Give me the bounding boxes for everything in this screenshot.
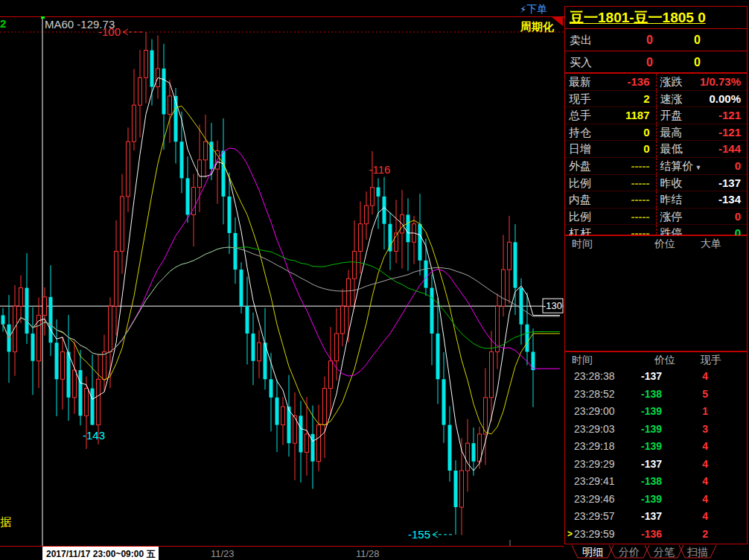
tick-price: -139 bbox=[631, 438, 662, 456]
col-volume: 现手 bbox=[686, 352, 736, 368]
candle-body bbox=[407, 214, 410, 242]
candle-body bbox=[204, 141, 208, 160]
quote-label: 比例 bbox=[565, 209, 591, 225]
quote-value: ----- bbox=[591, 191, 656, 208]
candle-body bbox=[55, 343, 59, 379]
big-order-panel: 时间 价位 大单 bbox=[564, 235, 748, 351]
quote-cell: 持仓 0 bbox=[565, 124, 657, 141]
tick-time: 23:29:03 bbox=[574, 421, 631, 439]
quote-value: 0 bbox=[591, 141, 656, 157]
quote-cell: 比例 ----- bbox=[565, 209, 657, 225]
candle-body bbox=[162, 69, 166, 114]
col-price: 价位 bbox=[643, 352, 686, 368]
candle-body bbox=[389, 224, 392, 252]
current-row-marker bbox=[565, 438, 574, 456]
quote-row: 比例 ----- 涨停 0 bbox=[565, 209, 747, 226]
quote-label: 持仓 bbox=[565, 124, 591, 141]
order-row: 卖出 0 0 bbox=[565, 29, 747, 51]
quote-cell: 结算价▼ 0 bbox=[657, 158, 748, 174]
tick-volume: 3 bbox=[662, 421, 708, 439]
tick-time: 23:29:18 bbox=[574, 438, 631, 456]
candle-body bbox=[138, 77, 142, 105]
quote-label: 最高 bbox=[657, 124, 683, 141]
tab-明细[interactable]: 明细 bbox=[582, 546, 603, 559]
price-chart[interactable]: -100-116-143-155-130据 bbox=[0, 16, 564, 547]
quote-label: 外盘 bbox=[565, 158, 591, 174]
tick-volume: 4 bbox=[662, 456, 708, 474]
tick-time: 23:29:57 bbox=[574, 508, 631, 526]
quote-value: 1187 bbox=[591, 107, 656, 124]
quote-row: 持仓 0 最高 -121 bbox=[565, 124, 747, 141]
tab-扫描[interactable]: 扫描 bbox=[687, 546, 708, 559]
contract-title[interactable]: 豆一1801-豆一1805 0 bbox=[565, 7, 747, 29]
candle-body bbox=[377, 188, 380, 197]
quote-cell: 外盘 ----- bbox=[565, 158, 657, 174]
candle-body bbox=[25, 288, 29, 334]
quote-cell: 涨停 0 bbox=[657, 209, 748, 225]
tick-row: 23:29:18 -139 4 bbox=[565, 438, 747, 456]
tick-time: 23:28:38 bbox=[574, 368, 631, 386]
quote-label: 内盘 bbox=[565, 191, 591, 208]
quote-label: 昨结 bbox=[657, 191, 683, 208]
quote-cell: 总手 1187 bbox=[565, 107, 657, 124]
current-row-marker bbox=[565, 421, 574, 439]
candle-body bbox=[311, 434, 315, 462]
candle-body bbox=[418, 224, 422, 261]
candle-body bbox=[240, 270, 243, 306]
quote-cell: 现手 2 bbox=[565, 91, 657, 107]
tab-分价[interactable]: 分价 bbox=[619, 546, 640, 559]
tab-分笔[interactable]: 分笔 bbox=[654, 546, 675, 559]
big-order-header: 时间 价位 大单 bbox=[565, 236, 747, 252]
settlement-dropdown-icon[interactable]: ▼ bbox=[695, 164, 702, 171]
candle-body bbox=[186, 178, 190, 214]
quote-label: 涨停 bbox=[657, 209, 683, 225]
quote-value: -134 bbox=[683, 191, 748, 208]
candle-body bbox=[508, 242, 511, 270]
tick-price: -138 bbox=[631, 473, 662, 491]
tick-row: 23:29:41 -138 4 bbox=[565, 473, 747, 491]
tick-row: > 23:29:59 -136 2 bbox=[565, 526, 747, 544]
candle-body bbox=[49, 297, 53, 343]
candle-body bbox=[323, 389, 327, 425]
tick-volume: 4 bbox=[662, 473, 708, 491]
quote-cell: 速涨 0.00% bbox=[657, 91, 748, 107]
order-label: 买入 bbox=[565, 51, 616, 73]
candle-body bbox=[359, 224, 363, 252]
quote-value: -121 bbox=[683, 107, 748, 124]
quote-label: 速涨 bbox=[657, 91, 683, 107]
candle-body bbox=[31, 334, 35, 361]
place-order-button[interactable]: ⚡下单 bbox=[520, 3, 547, 16]
candle-body bbox=[13, 306, 17, 351]
tick-row: 23:28:38 -137 4 bbox=[565, 368, 747, 386]
quote-value: 0.00% bbox=[683, 91, 748, 107]
candle-body bbox=[526, 325, 529, 352]
current-row-marker: > bbox=[565, 526, 574, 544]
candle-body bbox=[133, 105, 136, 141]
col-time: 时间 bbox=[565, 352, 643, 368]
candle-body bbox=[448, 425, 452, 471]
quote-cell: 比例 ----- bbox=[565, 175, 657, 191]
candle-body bbox=[490, 351, 494, 397]
quote-value: 1/0.73% bbox=[683, 74, 748, 90]
tick-volume: 1 bbox=[662, 403, 708, 421]
candle-body bbox=[228, 197, 232, 233]
candle-body bbox=[430, 288, 434, 334]
ma-line-40 bbox=[3, 247, 560, 354]
tick-list-panel: 时间 价位 现手 23:28:38 -137 4 23:28:52 -138 5… bbox=[564, 351, 748, 544]
tick-price: -137 bbox=[631, 508, 662, 526]
candle-body bbox=[454, 471, 458, 507]
quote-cell: 内盘 ----- bbox=[565, 191, 657, 208]
quote-value: 0 bbox=[701, 158, 747, 174]
quote-label: 昨收 bbox=[657, 175, 683, 191]
place-order-label: 下单 bbox=[526, 3, 547, 15]
candle-body bbox=[109, 306, 112, 351]
tick-price: -137 bbox=[631, 456, 662, 474]
quote-row: 最新 -136 涨跌 1/0.73% bbox=[565, 74, 747, 91]
contract-header-box: 豆一1801-豆一1805 0 卖出 0 0买入 0 0 bbox=[564, 6, 748, 73]
tick-price: -139 bbox=[631, 421, 662, 439]
tick-price: -137 bbox=[631, 368, 662, 386]
quote-value: -144 bbox=[683, 141, 748, 157]
col-time: 时间 bbox=[565, 236, 643, 252]
candle-body bbox=[150, 51, 154, 87]
candle-body bbox=[1, 315, 5, 324]
